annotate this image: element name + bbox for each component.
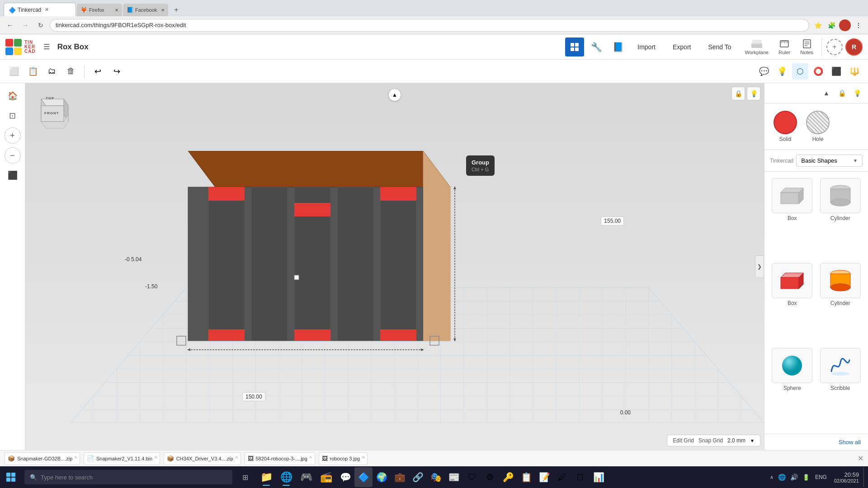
snap-grid-expand[interactable]: ▼ bbox=[750, 438, 755, 443]
zoom-out-btn[interactable]: − bbox=[5, 147, 21, 164]
shape-cylinder-gray[interactable]: Cylinder bbox=[819, 178, 862, 258]
fit-view-btn[interactable]: ⊡ bbox=[5, 108, 21, 124]
taskbar-file-explorer[interactable]: 📁 bbox=[257, 467, 276, 487]
panel-up-btn[interactable]: ▲ bbox=[820, 87, 833, 99]
comment-icon-btn[interactable]: 💬 bbox=[756, 63, 772, 80]
shape-box-red[interactable]: Box bbox=[771, 263, 814, 343]
taskbar-volume-icon[interactable]: 🔊 bbox=[788, 473, 800, 482]
lightbulb-icon-btn[interactable]: 💡 bbox=[774, 63, 790, 80]
back-button[interactable]: ← bbox=[4, 19, 16, 32]
tab-other-2[interactable]: 📘 Facebook ✕ bbox=[123, 4, 168, 16]
taskbar-battery-icon[interactable]: 🔋 bbox=[801, 473, 811, 482]
ruler-btn[interactable]: Ruler bbox=[775, 37, 794, 57]
task-view-btn[interactable]: ⊞ bbox=[235, 467, 255, 487]
new-shape-btn[interactable]: ⬜ bbox=[5, 63, 23, 80]
taskbar-app-1[interactable]: 💬 bbox=[336, 467, 354, 487]
forward-button[interactable]: → bbox=[19, 19, 32, 32]
taskbar-lang[interactable]: ENG bbox=[812, 473, 830, 481]
solid-option[interactable]: Solid bbox=[774, 111, 797, 142]
start-button[interactable] bbox=[0, 466, 22, 488]
delete-btn[interactable]: 🗑 bbox=[62, 63, 80, 80]
reload-button[interactable]: ↻ bbox=[34, 19, 47, 32]
taskbar-search[interactable]: 🔍 Type here to search bbox=[24, 470, 232, 484]
shape-cylinder-orange[interactable]: Cylinder bbox=[819, 263, 862, 343]
taskbar-datetime[interactable]: 20:59 02/06/2021 bbox=[830, 470, 863, 484]
download-item-2[interactable]: 📄 Snapmaker2_V1.11.4.bin ^ bbox=[84, 452, 160, 465]
taskbar-app-11[interactable]: 📋 bbox=[517, 467, 535, 487]
download-bar-close[interactable]: ✕ bbox=[858, 454, 863, 463]
ring-icon-btn[interactable]: ⭕ bbox=[810, 63, 826, 80]
taskbar-app-4[interactable]: 💼 bbox=[391, 467, 409, 487]
tab-close-btn[interactable]: ✕ bbox=[45, 7, 49, 13]
lock-btn[interactable]: 🔒 bbox=[731, 87, 745, 100]
panel-bulb-btn[interactable]: 💡 bbox=[851, 87, 863, 99]
taskbar-app-3[interactable]: 🌍 bbox=[373, 467, 391, 487]
taskbar-app-12[interactable]: 📝 bbox=[535, 467, 553, 487]
grid-view-btn[interactable] bbox=[565, 38, 584, 56]
scroll-right-arrow[interactable]: ❯ bbox=[755, 255, 764, 278]
profile-btn[interactable] bbox=[839, 19, 851, 31]
shape-scribble-blue[interactable]: Scribble bbox=[819, 348, 862, 427]
hole-option[interactable]: Hole bbox=[806, 111, 830, 142]
taskbar-app-9[interactable]: ⚙ bbox=[481, 467, 499, 487]
zoom-in-btn[interactable]: + bbox=[5, 127, 21, 144]
download-item-4[interactable]: 🖼 58204-robocop-3-....jpg ^ bbox=[245, 452, 315, 465]
edit-grid-btn[interactable]: Edit Grid bbox=[673, 437, 694, 444]
taskbar-chevron[interactable]: ∧ bbox=[768, 473, 775, 482]
taskbar-network-icon[interactable]: 🌐 bbox=[776, 473, 788, 482]
home-view-btn[interactable]: 🏠 bbox=[5, 88, 21, 104]
snap-grid-value[interactable]: 2.0 mm bbox=[727, 437, 745, 444]
redo-btn[interactable]: ↪ bbox=[108, 63, 125, 80]
taskbar-steam[interactable]: 🎮 bbox=[297, 467, 316, 487]
tools-btn[interactable]: 🔧 bbox=[587, 38, 606, 56]
show-all-btn[interactable]: Show all bbox=[839, 439, 861, 446]
tab-other-1[interactable]: 🦊 Firefox ✕ bbox=[77, 4, 122, 16]
settings-btn[interactable]: ⋮ bbox=[853, 19, 864, 31]
shape-icon-btn[interactable]: ⬡ bbox=[792, 63, 808, 80]
taskbar-radio[interactable]: 📻 bbox=[316, 467, 335, 487]
user-avatar[interactable]: R bbox=[845, 38, 863, 56]
add-user-btn[interactable]: + bbox=[826, 39, 843, 55]
viewport-up-btn[interactable]: ▲ bbox=[388, 89, 401, 101]
align-icon-btn[interactable]: ⬛ bbox=[828, 63, 844, 80]
lightbulb-btn[interactable]: 💡 bbox=[747, 87, 760, 100]
panel-lock-btn[interactable]: 🔒 bbox=[835, 87, 848, 99]
mirror-icon-btn[interactable]: 🔱 bbox=[846, 63, 863, 80]
cube-navigator[interactable]: TOP FRONT bbox=[32, 90, 73, 131]
tinkercad-logo[interactable]: TIN KER CAD bbox=[5, 39, 36, 55]
export-btn[interactable]: Export bbox=[665, 40, 698, 54]
taskbar-app-10[interactable]: 🔑 bbox=[499, 467, 517, 487]
shape-sphere-teal[interactable]: Sphere bbox=[771, 348, 814, 427]
book-btn[interactable]: 📘 bbox=[609, 38, 627, 56]
shapes-dropdown[interactable]: Basic Shapes ▼ bbox=[796, 155, 863, 167]
new-tab-btn[interactable]: + bbox=[170, 4, 183, 16]
taskbar-app-8[interactable]: 🛡 bbox=[463, 467, 481, 487]
menu-icon-btn[interactable]: ☰ bbox=[39, 40, 54, 54]
taskbar-app-2[interactable]: 🔷 bbox=[354, 467, 373, 487]
address-bar[interactable]: tinkercad.com/things/9FBOR1eSGpR-rox-box… bbox=[50, 19, 809, 32]
copy-btn[interactable]: 📋 bbox=[24, 63, 42, 80]
import-btn[interactable]: Import bbox=[630, 40, 663, 54]
taskbar-app-15[interactable]: 📊 bbox=[590, 467, 608, 487]
shape-box-gray[interactable]: Box bbox=[771, 178, 814, 258]
send-to-btn[interactable]: Send To bbox=[701, 40, 738, 54]
download-item-1[interactable]: 📦 Snapmaker-GD32B....zip ^ bbox=[5, 452, 80, 465]
tab-tinkercad-active[interactable]: 🔷 Tinkercad ✕ bbox=[4, 3, 76, 16]
taskbar-app-14[interactable]: 🗒 bbox=[571, 467, 590, 487]
extension-btn[interactable]: 🧩 bbox=[826, 19, 837, 31]
notes-btn[interactable]: Notes bbox=[797, 37, 817, 57]
taskbar-chrome[interactable]: 🌐 bbox=[277, 467, 296, 487]
show-desktop-btn[interactable] bbox=[863, 467, 866, 487]
undo-btn[interactable]: ↩ bbox=[89, 63, 106, 80]
taskbar-app-5[interactable]: 🔗 bbox=[409, 467, 427, 487]
download-item-5[interactable]: 🖼 robocop 3.jpg ^ bbox=[319, 452, 368, 465]
view-cube-btn[interactable]: ⬛ bbox=[5, 167, 21, 183]
workplane-btn[interactable]: Workplane bbox=[741, 37, 772, 57]
viewport[interactable]: 150.00 155.00 -0 5.04 -1.50 0.00 Group C bbox=[25, 83, 764, 450]
taskbar-app-7[interactable]: 📰 bbox=[445, 467, 463, 487]
bookmark-btn[interactable]: ⭐ bbox=[812, 19, 824, 31]
download-item-3[interactable]: 📦 CH34X_Driver_V3.4....zip ^ bbox=[164, 452, 241, 465]
group-copy-btn[interactable]: 🗂 bbox=[43, 63, 61, 80]
taskbar-app-6[interactable]: 🎭 bbox=[427, 467, 445, 487]
taskbar-app-13[interactable]: 🖊 bbox=[553, 467, 571, 487]
